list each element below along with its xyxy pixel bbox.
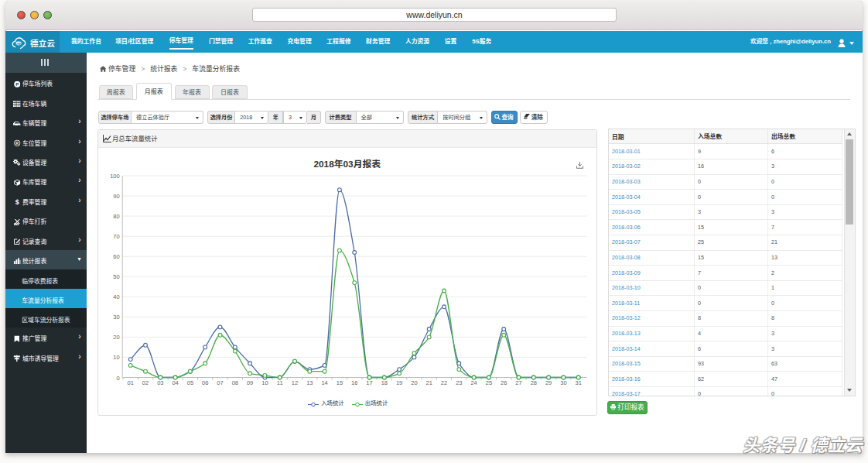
svg-text:23: 23 xyxy=(456,379,462,386)
svg-text:27: 27 xyxy=(515,379,521,386)
svg-text:10: 10 xyxy=(113,355,119,362)
svg-text:30: 30 xyxy=(560,379,566,386)
svg-text:TOWIT: TOWIT xyxy=(13,41,24,45)
svg-text:01: 01 xyxy=(128,379,134,386)
svg-text:05: 05 xyxy=(187,379,193,386)
svg-text:06: 06 xyxy=(202,379,208,386)
svg-text:31: 31 xyxy=(576,379,582,386)
svg-text:02: 02 xyxy=(142,379,149,386)
svg-text:16: 16 xyxy=(351,379,357,386)
svg-text:12: 12 xyxy=(292,379,298,386)
svg-text:80: 80 xyxy=(113,213,119,220)
svg-text:04: 04 xyxy=(172,379,178,386)
svg-text:13: 13 xyxy=(306,379,313,386)
svg-text:30: 30 xyxy=(113,314,119,321)
svg-text:25: 25 xyxy=(486,379,492,386)
svg-text:20: 20 xyxy=(113,334,119,341)
svg-text:60: 60 xyxy=(113,254,119,261)
svg-text:14: 14 xyxy=(321,379,327,386)
svg-text:28: 28 xyxy=(531,379,537,386)
svg-text:26: 26 xyxy=(501,379,507,386)
svg-text:P: P xyxy=(15,82,19,87)
svg-text:24: 24 xyxy=(470,379,477,386)
svg-text:29: 29 xyxy=(545,379,552,386)
svg-text:40: 40 xyxy=(113,294,119,301)
svg-text:100: 100 xyxy=(110,173,120,180)
svg-text:0: 0 xyxy=(117,375,120,382)
svg-text:R: R xyxy=(15,141,19,146)
svg-text:90: 90 xyxy=(113,193,119,200)
svg-text:10: 10 xyxy=(261,379,268,386)
svg-text:$: $ xyxy=(15,198,19,206)
svg-text:70: 70 xyxy=(113,234,119,241)
svg-text:22: 22 xyxy=(441,379,447,386)
svg-text:07: 07 xyxy=(217,379,223,386)
svg-text:20: 20 xyxy=(411,379,417,386)
svg-text:09: 09 xyxy=(247,379,253,386)
svg-text:19: 19 xyxy=(396,379,402,386)
svg-text:11: 11 xyxy=(277,379,283,386)
svg-text:17: 17 xyxy=(366,379,372,386)
svg-text:03: 03 xyxy=(157,379,163,386)
svg-text:50: 50 xyxy=(113,274,119,281)
svg-text:08: 08 xyxy=(232,379,238,386)
svg-text:15: 15 xyxy=(337,379,343,386)
svg-text:18: 18 xyxy=(381,379,388,386)
svg-text:21: 21 xyxy=(426,379,432,386)
